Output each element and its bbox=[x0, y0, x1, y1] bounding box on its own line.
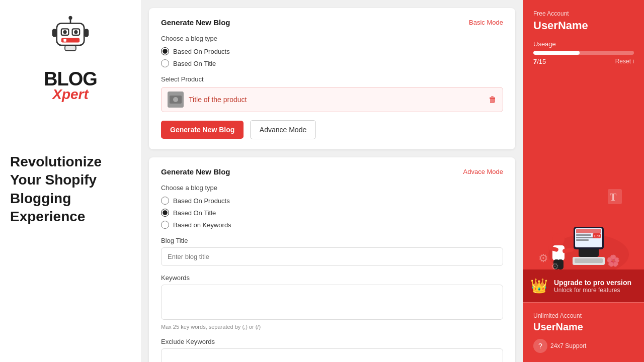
card1-blog-type-label: Choose a blog type bbox=[161, 35, 503, 42]
free-account-label: Free Account bbox=[533, 10, 634, 17]
svg-rect-20 bbox=[576, 234, 591, 236]
card2-radio-title-label: Based On Title bbox=[173, 209, 216, 217]
svg-rect-19 bbox=[576, 229, 601, 233]
svg-text:⚙: ⚙ bbox=[538, 252, 548, 264]
logo-xpert: Xpert bbox=[52, 86, 89, 103]
advance-mode-link[interactable]: Advace Mode bbox=[463, 168, 504, 175]
card2-radio-keywords-label: Based on Keywords bbox=[173, 221, 231, 229]
support-row: ? 24x7 Support bbox=[533, 339, 634, 353]
select-product-label: Select Product bbox=[161, 75, 503, 83]
svg-text:T: T bbox=[610, 192, 617, 203]
main-content: Generate New Blog Basic Mode Choose a bl… bbox=[141, 0, 523, 362]
card2-radio-products[interactable]: Based On Products bbox=[161, 197, 503, 205]
svg-point-14 bbox=[173, 97, 178, 102]
unlimited-account-label: Unlimited Account bbox=[533, 312, 634, 319]
exclude-keywords-group: Exclude Keywords bbox=[161, 338, 503, 362]
card2-radio-title-input[interactable] bbox=[161, 209, 169, 217]
basic-mode-link[interactable]: Basic Mode bbox=[469, 19, 503, 26]
keywords-label: Keywords bbox=[161, 274, 503, 282]
card2-radio-title[interactable]: Based On Title bbox=[161, 209, 503, 217]
card1-header: Generate New Blog Basic Mode bbox=[161, 18, 503, 27]
card2-header: Generate New Blog Advace Mode bbox=[161, 167, 503, 176]
upgrade-title: Upgrade to pro version bbox=[554, 279, 631, 287]
svg-point-6 bbox=[74, 30, 77, 34]
svg-point-27 bbox=[552, 233, 565, 245]
unlimited-username: UserName bbox=[533, 321, 634, 333]
usage-current: 7 bbox=[533, 58, 537, 65]
svg-rect-10 bbox=[84, 29, 89, 37]
card2-radio-products-label: Based On Products bbox=[173, 197, 230, 205]
keywords-textarea[interactable] bbox=[161, 285, 503, 320]
svg-text:Edit: Edit bbox=[594, 234, 600, 238]
reset-link[interactable]: Reset i bbox=[615, 58, 634, 65]
usage-numbers: 7/15 Reset i bbox=[533, 58, 634, 65]
usage-bar-fill bbox=[533, 51, 580, 55]
card2-radio-group: Based On Products Based On Title Based o… bbox=[161, 197, 503, 229]
card1-radio-group: Based On Products Based On Title bbox=[161, 47, 503, 67]
card1-title: Generate New Blog bbox=[161, 18, 230, 27]
card2-blog-type-label: Choose a blog type bbox=[161, 184, 503, 192]
usage-bar-bg bbox=[533, 51, 634, 55]
sidebar: BLOG Xpert Revolutionize Your Shopify Bl… bbox=[0, 0, 141, 362]
free-account-card: Free Account UserName Useage 7/15 Reset … bbox=[523, 0, 644, 169]
svg-rect-22 bbox=[576, 239, 589, 241]
radio-products-label: Based On Products bbox=[173, 48, 230, 55]
card-basic-mode: Generate New Blog Basic Mode Choose a bl… bbox=[149, 8, 515, 149]
svg-text:⚙: ⚙ bbox=[551, 261, 559, 269]
logo-robot-icon bbox=[45, 15, 96, 65]
tagline: Revolutionize Your Shopify Blogging Expe… bbox=[10, 153, 131, 226]
blog-title-label: Blog Title bbox=[161, 237, 503, 244]
delete-product-icon[interactable]: 🗑 bbox=[489, 95, 497, 104]
support-icon: ? bbox=[533, 339, 547, 353]
keywords-hint: Max 25 key words, separated by (,) or (/… bbox=[161, 324, 503, 330]
radio-based-on-products[interactable]: Based On Products bbox=[161, 47, 503, 55]
exclude-keywords-textarea[interactable] bbox=[161, 348, 503, 362]
upgrade-text-block: Upgrade to pro version Unlock for more f… bbox=[554, 279, 631, 294]
keywords-group: Keywords Max 25 key words, separated by … bbox=[161, 274, 503, 330]
product-title: Title of the product bbox=[189, 96, 484, 104]
card2-radio-keywords-input[interactable] bbox=[161, 221, 169, 229]
upgrade-banner[interactable]: 👑 Upgrade to pro version Unlock for more… bbox=[523, 269, 644, 302]
product-field[interactable]: Title of the product 🗑 bbox=[161, 87, 503, 112]
svg-rect-11 bbox=[65, 45, 76, 51]
svg-point-1 bbox=[68, 16, 72, 20]
blog-title-input[interactable] bbox=[161, 247, 503, 266]
usage-total: 15 bbox=[539, 58, 546, 65]
logo-container: BLOG Xpert bbox=[44, 15, 97, 103]
card2-radio-keywords[interactable]: Based on Keywords bbox=[161, 221, 503, 229]
svg-rect-26 bbox=[575, 258, 603, 263]
illustration-svg: Edit ⚙ ⚙ T 🌸 bbox=[533, 179, 634, 269]
unlimited-account-card: Unlimited Account UserName ? 24x7 Suppor… bbox=[523, 302, 644, 362]
blog-title-group: Blog Title bbox=[161, 237, 503, 266]
card1-actions: Generate New Blog Advance Mode bbox=[161, 120, 503, 139]
illustration-area: Edit ⚙ ⚙ T 🌸 bbox=[523, 169, 644, 269]
svg-point-5 bbox=[63, 30, 66, 34]
svg-text:🌸: 🌸 bbox=[606, 254, 620, 267]
support-label: 24x7 Support bbox=[550, 342, 586, 349]
usage-count: 7/15 bbox=[533, 58, 546, 65]
exclude-keywords-label: Exclude Keywords bbox=[161, 338, 503, 345]
usage-label: Useage bbox=[533, 40, 634, 48]
free-account-username: UserName bbox=[533, 19, 634, 32]
advance-mode-button[interactable]: Advance Mode bbox=[250, 120, 316, 139]
upgrade-subtitle: Unlock for more features bbox=[554, 287, 631, 294]
radio-title-input[interactable] bbox=[161, 59, 169, 67]
radio-products-input[interactable] bbox=[161, 47, 169, 55]
radio-based-on-title[interactable]: Based On Title bbox=[161, 59, 503, 67]
card2-radio-products-input[interactable] bbox=[161, 197, 169, 205]
radio-title-label: Based On Title bbox=[173, 60, 216, 67]
card2-title: Generate New Blog bbox=[161, 167, 230, 176]
right-panel: Free Account UserName Useage 7/15 Reset … bbox=[523, 0, 644, 362]
generate-blog-button[interactable]: Generate New Blog bbox=[161, 121, 244, 139]
svg-rect-8 bbox=[63, 39, 66, 41]
product-thumbnail bbox=[168, 92, 184, 108]
logo-word: BLOG bbox=[44, 69, 97, 88]
svg-rect-9 bbox=[52, 29, 57, 37]
crown-icon: 👑 bbox=[530, 278, 548, 294]
card-advance-mode: Generate New Blog Advace Mode Choose a b… bbox=[149, 157, 515, 362]
product-thumb-image bbox=[168, 92, 184, 108]
